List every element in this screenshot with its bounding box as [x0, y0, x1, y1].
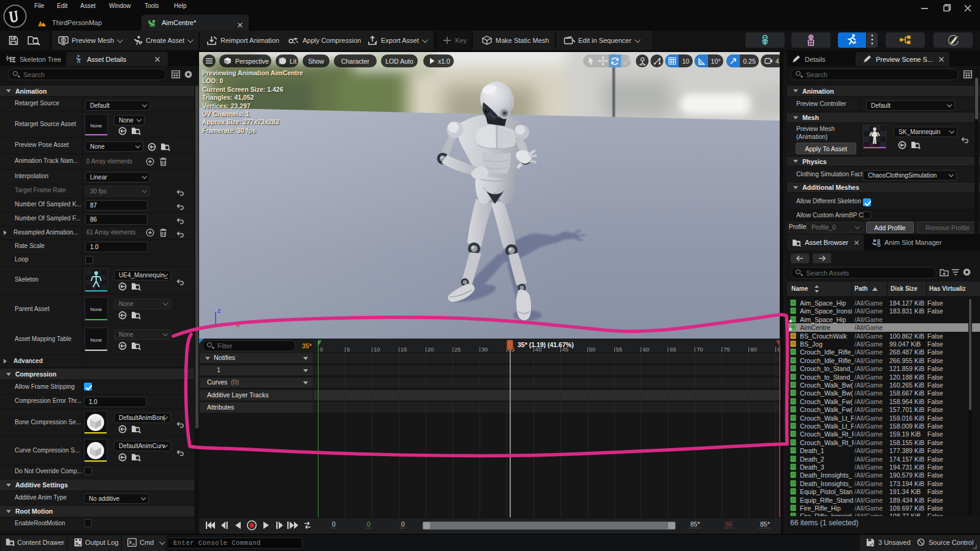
- svg-text:Z: Z: [217, 308, 221, 314]
- svg-text:X: X: [236, 322, 240, 328]
- svg-text:*: *: [854, 40, 856, 47]
